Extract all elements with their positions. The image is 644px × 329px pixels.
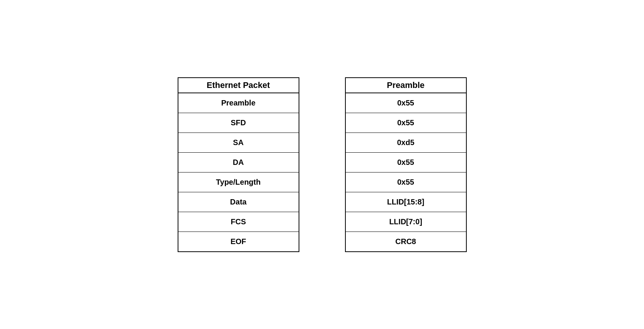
ethernet-packet-cell-3: DA [178,152,299,172]
preamble-diagram: Preamble 0x550x550xd50x550x55LLID[15:8]L… [345,77,467,252]
table-row: Data [178,192,299,212]
preamble-cell-5: LLID[15:8] [345,192,466,212]
preamble-cell-1: 0x55 [345,113,466,133]
table-row: Preamble [178,93,299,113]
ethernet-packet-cell-1: SFD [178,113,299,133]
ethernet-packet-diagram: Ethernet Packet PreambleSFDSADAType/Leng… [178,77,299,252]
table-row: 0x55 [345,93,466,113]
table-row: LLID[15:8] [345,192,466,212]
preamble-title: Preamble [345,77,467,93]
table-row: CRC8 [345,232,466,252]
ethernet-packet-cell-5: Data [178,192,299,212]
table-row: EOF [178,232,299,252]
ethernet-packet-cell-6: FCS [178,212,299,232]
table-row: SFD [178,113,299,133]
ethernet-packet-title: Ethernet Packet [178,77,299,93]
table-row: 0x55 [345,172,466,192]
table-row: LLID[7:0] [345,212,466,232]
table-row: FCS [178,212,299,232]
ethernet-packet-cell-0: Preamble [178,93,299,113]
table-row: SA [178,133,299,152]
table-row: 0x55 [345,152,466,172]
table-row: 0xd5 [345,133,466,152]
preamble-cell-4: 0x55 [345,172,466,192]
ethernet-packet-cell-7: EOF [178,232,299,252]
preamble-cell-3: 0x55 [345,152,466,172]
ethernet-packet-cell-2: SA [178,133,299,152]
preamble-cell-7: CRC8 [345,232,466,252]
preamble-cell-2: 0xd5 [345,133,466,152]
ethernet-packet-table: PreambleSFDSADAType/LengthDataFCSEOF [178,93,299,252]
preamble-table: 0x550x550xd50x550x55LLID[15:8]LLID[7:0]C… [345,93,467,252]
preamble-cell-6: LLID[7:0] [345,212,466,232]
table-row: Type/Length [178,172,299,192]
table-row: 0x55 [345,113,466,133]
preamble-cell-0: 0x55 [345,93,466,113]
table-row: DA [178,152,299,172]
ethernet-packet-cell-4: Type/Length [178,172,299,192]
page-container: Ethernet Packet PreambleSFDSADAType/Leng… [162,62,482,267]
